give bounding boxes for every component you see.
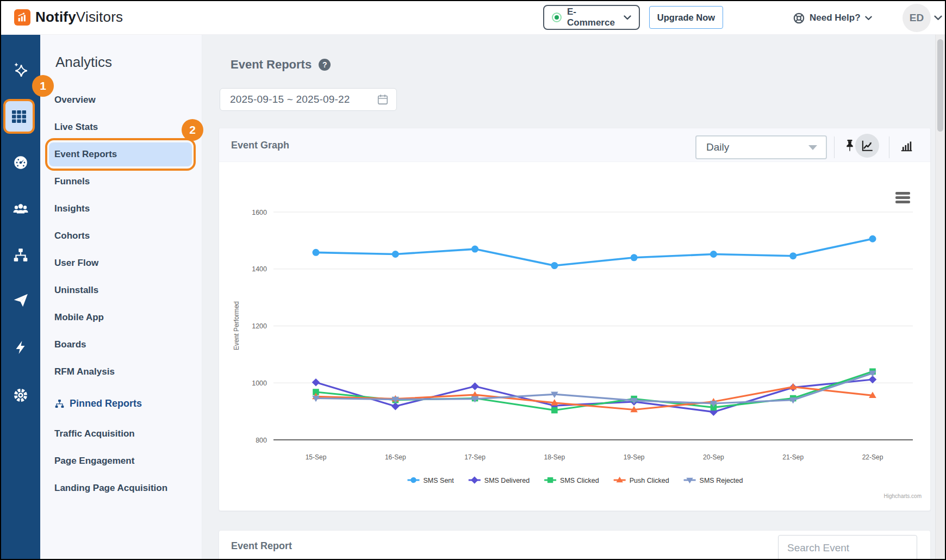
sidebar-item-landing-page-acquisition[interactable]: Landing Page Acquisition <box>49 475 192 502</box>
page-title: Event Reports ? <box>231 58 331 72</box>
legend-item-push-clicked[interactable]: Push Clicked <box>614 477 669 484</box>
scrollbar-thumb[interactable] <box>937 39 943 132</box>
line-chart-icon[interactable] <box>855 134 879 158</box>
sidebar-item-event-reports[interactable]: Event Reports <box>49 142 192 166</box>
event-report-card: Event Report <box>219 530 931 560</box>
event-report-title: Event Report <box>231 540 292 552</box>
x-tick-label: 18-Sep <box>544 453 565 461</box>
help-question-icon[interactable]: ? <box>319 59 331 71</box>
main-content: Event Reports ? 2025-09-15 ~ 2025-09-22 … <box>202 35 935 559</box>
date-range-picker[interactable]: 2025-09-15 ~ 2025-09-22 <box>220 88 397 111</box>
interval-select[interactable]: Daily <box>695 135 827 159</box>
svg-text:SMS Sent: SMS Sent <box>424 477 455 484</box>
sidebar-item-live-stats[interactable]: Live Stats <box>49 114 192 141</box>
y-tick-label: 1400 <box>252 265 267 273</box>
svg-text:SMS Rejected: SMS Rejected <box>700 477 743 484</box>
sidebar-item-funnels[interactable]: Funnels <box>49 168 192 195</box>
sidebar-item-uninstalls[interactable]: Uninstalls <box>49 277 192 304</box>
brand-logo[interactable]: NotifyVisitors <box>14 9 123 26</box>
x-tick-label: 15-Sep <box>306 453 327 461</box>
top-bar: NotifyVisitors E-Commerce Upgrade Now Ne… <box>1 1 945 35</box>
y-tick-label: 1600 <box>252 209 267 216</box>
legend-item-sms-sent[interactable]: SMS Sent <box>408 477 455 484</box>
pinned-sitemap-icon <box>54 399 65 409</box>
annotation-step-2-badge: 2 <box>182 119 203 141</box>
upgrade-now-button[interactable]: Upgrade Now <box>649 6 723 29</box>
page-scrollbar <box>935 35 945 559</box>
chart-context-menu-icon[interactable] <box>895 192 911 203</box>
legend-item-sms-delivered[interactable]: SMS Delivered <box>469 476 530 484</box>
gear-icon[interactable] <box>1 387 40 403</box>
event-graph-card: Event Graph Daily <box>219 128 931 511</box>
chart-credit: Highcharts.com <box>884 493 922 499</box>
sidebar-item-mobile-app[interactable]: Mobile App <box>49 304 192 331</box>
apps-grid-icon <box>11 108 27 125</box>
x-tick-label: 19-Sep <box>624 453 645 461</box>
sidebar-item-overview[interactable]: Overview <box>49 86 192 114</box>
sidebar-item-user-flow[interactable]: User Flow <box>49 250 192 277</box>
apps-grid-tile-active[interactable] <box>3 99 35 134</box>
legend-item-sms-rejected[interactable]: SMS Rejected <box>684 477 743 484</box>
green-status-icon <box>552 13 562 22</box>
x-tick-label: 21-Sep <box>782 453 804 461</box>
series-sms-sent <box>313 235 876 269</box>
y-axis-title: Event Performed <box>233 301 240 350</box>
sidebar-item-cohorts[interactable]: Cohorts <box>49 222 192 250</box>
avatar-chevron-down-icon[interactable] <box>934 15 942 21</box>
x-tick-label: 16-Sep <box>385 453 406 461</box>
sidebar-item-page-engagement[interactable]: Page Engagement <box>49 447 192 475</box>
pinned-menu: Traffic AcquisitionPage EngagementLandin… <box>40 420 202 502</box>
sitemap-icon[interactable] <box>1 247 40 263</box>
calendar-icon <box>377 94 389 105</box>
event-graph-chart: 800100012001400160015-Sep16-Sep17-Sep18-… <box>219 162 931 512</box>
toolbar-divider <box>889 136 889 158</box>
life-ring-icon <box>793 12 805 24</box>
sidebar-item-traffic-acquisition[interactable]: Traffic Acquisition <box>49 420 192 447</box>
event-graph-title: Event Graph <box>231 128 289 162</box>
analytics-sidebar: Analytics OverviewLive StatsEvent Report… <box>40 35 202 559</box>
brand-chart-icon <box>14 9 30 26</box>
y-tick-label: 1000 <box>252 379 267 387</box>
y-tick-label: 800 <box>256 437 267 444</box>
pinned-header-label: Pinned Reports <box>70 398 142 409</box>
x-tick-label: 20-Sep <box>703 453 724 461</box>
svg-text:Push Clicked: Push Clicked <box>630 477 669 484</box>
bar-chart-icon[interactable] <box>895 135 917 157</box>
sparkle-icon[interactable] <box>1 62 40 78</box>
y-tick-label: 1200 <box>252 322 267 330</box>
svg-text:SMS Clicked: SMS Clicked <box>560 477 599 484</box>
gauge-icon[interactable] <box>1 154 40 171</box>
sidebar-menu: OverviewLive StatsEvent ReportsFunnelsIn… <box>40 86 202 385</box>
sidebar-item-rfm-analysis[interactable]: RFM Analysis <box>49 358 192 385</box>
line-chart: 800100012001400160015-Sep16-Sep17-Sep18-… <box>219 162 931 512</box>
need-help-label: Need Help? <box>810 13 861 23</box>
toolbar-divider <box>834 136 835 158</box>
project-selector[interactable]: E-Commerce <box>543 5 640 30</box>
user-avatar[interactable]: ED <box>903 4 931 32</box>
page-title-text: Event Reports <box>231 58 312 72</box>
app-root: { "colors": { "brand_orange": "#F4711F",… <box>0 0 946 560</box>
chevron-down-icon <box>865 16 872 21</box>
project-name: E-Commerce <box>567 7 618 28</box>
sidebar-item-boards[interactable]: Boards <box>49 331 192 358</box>
sidebar-item-pinned-reports[interactable]: Pinned Reports <box>40 390 202 417</box>
annotation-step-1-badge: 1 <box>32 75 54 97</box>
send-icon[interactable] <box>1 292 40 308</box>
brand-name: NotifyVisitors <box>35 9 123 26</box>
bolt-icon[interactable] <box>1 340 40 355</box>
interval-selected-value: Daily <box>706 141 808 153</box>
select-arrow-icon <box>808 145 817 150</box>
event-graph-header: Event Graph Daily <box>219 128 930 162</box>
x-tick-label: 22-Sep <box>862 453 883 461</box>
sidebar-item-insights[interactable]: Insights <box>49 195 192 222</box>
x-tick-label: 17-Sep <box>464 453 486 461</box>
chevron-down-icon <box>624 15 631 20</box>
icon-rail <box>1 35 40 559</box>
legend-item-sms-clicked[interactable]: SMS Clicked <box>544 477 599 484</box>
svg-text:SMS Delivered: SMS Delivered <box>484 477 530 484</box>
sidebar-title: Analytics <box>55 54 112 71</box>
date-range-value: 2025-09-15 ~ 2025-09-22 <box>230 94 377 105</box>
search-event-input[interactable] <box>778 535 917 560</box>
need-help-menu[interactable]: Need Help? <box>793 10 872 26</box>
users-icon[interactable] <box>1 200 40 217</box>
